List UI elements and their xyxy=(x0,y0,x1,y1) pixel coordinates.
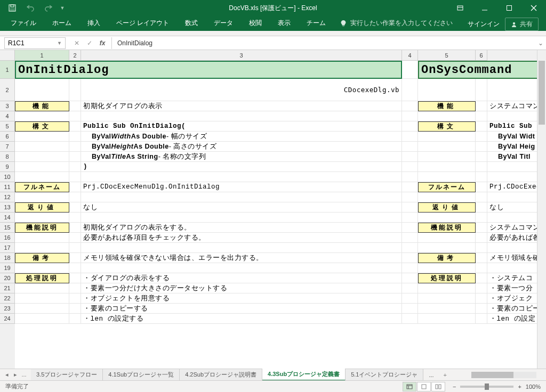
cell[interactable] xyxy=(418,79,476,101)
cell[interactable]: メモリ領域を確保できない場合は、エラーを出力する。 xyxy=(81,253,402,263)
cell[interactable] xyxy=(69,182,81,192)
col-header[interactable]: 6 xyxy=(476,50,487,61)
cell-label-syntax[interactable]: 構文 xyxy=(15,121,69,132)
cell[interactable] xyxy=(402,263,418,273)
cell[interactable] xyxy=(69,243,81,253)
cell-label-note[interactable]: 備考 xyxy=(15,253,69,263)
name-box-dropdown-icon[interactable]: ▼ xyxy=(57,40,62,46)
sheet-tab[interactable]: 3.5プロシージャフロー xyxy=(31,369,103,380)
cell[interactable] xyxy=(418,304,476,314)
cell[interactable] xyxy=(69,132,81,142)
row-header[interactable]: 18 xyxy=(0,253,15,263)
cell[interactable] xyxy=(402,192,418,202)
cell[interactable]: ・オブジェクトを用意する xyxy=(81,293,402,304)
cell[interactable] xyxy=(69,253,81,263)
sheet-tab[interactable]: 4.2Subプロシージャ説明書 xyxy=(180,369,262,380)
cell[interactable] xyxy=(476,304,487,314)
row-header[interactable]: 6 xyxy=(0,132,15,142)
tab-review[interactable]: 校閲 xyxy=(242,15,269,31)
signin-link[interactable]: サインイン xyxy=(468,20,500,29)
sheet-tab-active[interactable]: 4.3Subプロシージャ定義書 xyxy=(262,369,346,381)
cell[interactable] xyxy=(69,162,81,172)
sheet-tab-more[interactable]: ... xyxy=(423,370,439,380)
row-header[interactable]: 1 xyxy=(0,61,15,79)
cell[interactable] xyxy=(15,111,69,121)
cell[interactable]: ) xyxy=(81,162,402,172)
cell[interactable] xyxy=(476,243,487,253)
cell[interactable]: ・要素一つ分だけ大きさのデータセットする xyxy=(81,283,402,293)
cell[interactable] xyxy=(418,142,476,152)
minimize-icon[interactable] xyxy=(472,0,497,16)
row-header[interactable]: 23 xyxy=(0,304,15,314)
cell[interactable] xyxy=(81,263,402,273)
cell[interactable] xyxy=(476,223,487,233)
cell[interactable] xyxy=(15,162,69,172)
tab-view[interactable]: 表示 xyxy=(270,15,298,31)
fx-icon[interactable]: fx xyxy=(97,39,108,47)
cell[interactable]: ・ダイアログの表示をする xyxy=(81,273,402,283)
tab-page-layout[interactable]: ページ レイアウト xyxy=(109,15,176,31)
cell[interactable] xyxy=(418,152,476,162)
row-header[interactable]: 10 xyxy=(0,172,15,182)
cell[interactable] xyxy=(402,162,418,172)
cell[interactable] xyxy=(402,304,418,314)
sheet-nav-dots[interactable]: ... xyxy=(20,371,28,378)
cell[interactable] xyxy=(476,142,487,152)
zoom-in-icon[interactable]: + xyxy=(518,383,521,390)
cell[interactable] xyxy=(69,314,81,324)
col-header[interactable]: 1 xyxy=(15,50,69,61)
share-button[interactable]: 共有 xyxy=(505,18,539,31)
cell-label-proc[interactable]: 処理説明 xyxy=(15,273,69,283)
view-normal-icon[interactable] xyxy=(403,382,416,391)
add-sheet-icon[interactable]: + xyxy=(439,372,451,378)
cell[interactable] xyxy=(418,293,476,304)
zoom-value[interactable]: 100% xyxy=(526,383,541,390)
cell-label-proc-r[interactable]: 処理説明 xyxy=(418,273,476,283)
cell[interactable] xyxy=(476,132,487,142)
tab-team[interactable]: チーム xyxy=(299,15,333,31)
cell[interactable] xyxy=(476,233,487,243)
cell-label-desc-r[interactable]: 機能説明 xyxy=(418,223,476,233)
cell[interactable]: なし xyxy=(81,202,402,213)
row-header[interactable]: 5 xyxy=(0,121,15,132)
cell[interactable] xyxy=(418,162,476,172)
undo-icon[interactable] xyxy=(22,1,38,15)
cell[interactable] xyxy=(69,223,81,233)
cell-section-title-right[interactable]: OnSysCommand xyxy=(418,61,546,79)
cell[interactable] xyxy=(476,101,487,111)
cell[interactable] xyxy=(15,152,69,162)
cell[interactable] xyxy=(69,121,81,132)
cell[interactable] xyxy=(15,172,69,182)
tab-data[interactable]: データ xyxy=(206,15,240,31)
cell[interactable]: ByVal Height As Double - 高さのサイズ xyxy=(81,142,402,152)
cell[interactable] xyxy=(15,283,69,293)
cell-label-desc[interactable]: 機能説明 xyxy=(15,223,69,233)
cell[interactable] xyxy=(402,172,418,182)
cell-label-return[interactable]: 返り値 xyxy=(15,202,69,213)
cell[interactable] xyxy=(402,223,418,233)
cell[interactable] xyxy=(476,152,487,162)
cell[interactable] xyxy=(418,192,476,202)
cell-label-syntax-r[interactable]: 構文 xyxy=(418,121,476,132)
cell-section-title-left[interactable]: OnInitDialog xyxy=(15,61,402,79)
cell[interactable] xyxy=(69,101,81,111)
save-icon[interactable] xyxy=(4,1,20,15)
row-header[interactable]: 19 xyxy=(0,263,15,273)
cell[interactable] xyxy=(69,172,81,182)
sheet-tab[interactable]: 5.1イベントプロシージャ xyxy=(346,369,423,380)
cell[interactable]: ByVal Title As String - 名称の文字列 xyxy=(81,152,402,162)
cell[interactable] xyxy=(69,293,81,304)
select-all-corner[interactable] xyxy=(0,50,15,61)
cell[interactable] xyxy=(402,61,418,79)
cell-label-note-r[interactable]: 備考 xyxy=(418,253,476,263)
cell[interactable] xyxy=(418,172,476,182)
cell[interactable] xyxy=(15,79,69,101)
close-icon[interactable] xyxy=(521,0,546,16)
zoom-slider[interactable] xyxy=(460,386,513,388)
cells-area[interactable]: OnInitDialog OnSysCommand CDocexeDlg.vb … xyxy=(15,61,546,369)
cell[interactable] xyxy=(476,192,487,202)
row-header[interactable]: 11 xyxy=(0,182,15,192)
row-header[interactable]: 24 xyxy=(0,314,15,324)
row-header[interactable]: 2 xyxy=(0,79,15,101)
vertical-scrollbar-thumb[interactable] xyxy=(539,61,545,125)
